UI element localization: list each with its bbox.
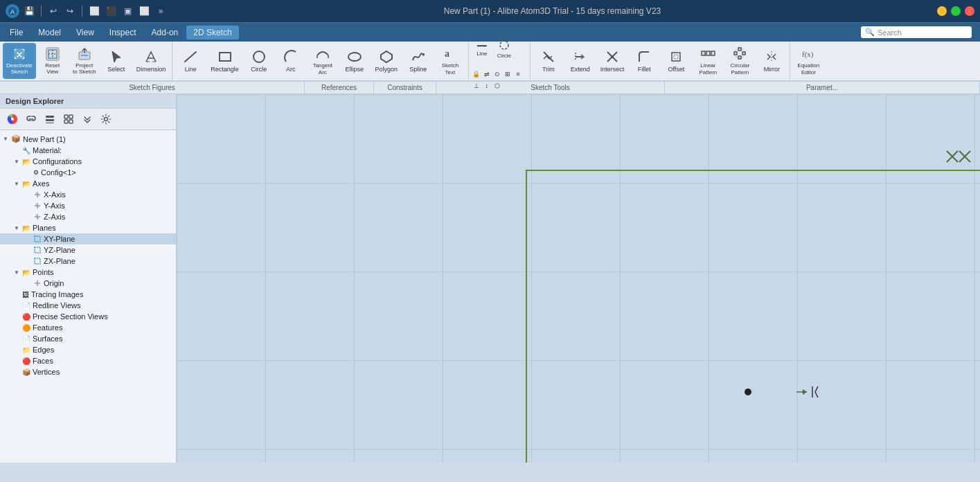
tree-item-7[interactable]: Y-Axis bbox=[0, 200, 176, 211]
menu-inspect[interactable]: Inspect bbox=[103, 26, 143, 39]
intersect-btn[interactable]: Intersect bbox=[597, 43, 628, 79]
tree-item-label: XY-Plane bbox=[44, 235, 75, 243]
box3-icon[interactable]: ▣ bbox=[121, 4, 134, 18]
linear-pattern-label: LinearPattern bbox=[699, 62, 717, 75]
undo-qa-btn[interactable]: ↩ bbox=[46, 4, 60, 18]
sketch-text-btn[interactable]: a SketchText bbox=[435, 43, 465, 79]
deactivate-sketch-btn[interactable]: DeactivateSketch bbox=[3, 43, 36, 79]
explorer-link-btn[interactable] bbox=[23, 111, 39, 127]
tree-item-4[interactable]: ⚙Config<1> bbox=[0, 167, 176, 178]
search-box[interactable]: 🔍 bbox=[861, 26, 972, 38]
svg-rect-24 bbox=[706, 51, 710, 55]
explorer-settings-btn[interactable] bbox=[98, 111, 114, 127]
menu-file[interactable]: File bbox=[3, 26, 30, 39]
tree-item-2[interactable]: 🔧Material: bbox=[0, 145, 176, 156]
close-btn[interactable] bbox=[965, 6, 974, 16]
circle-btn[interactable]: Circle bbox=[244, 43, 274, 79]
explorer-view-btn[interactable] bbox=[60, 111, 77, 127]
tree-item-10[interactable]: XY-Plane bbox=[0, 233, 176, 244]
box2-icon[interactable]: ⬛ bbox=[104, 4, 118, 18]
box-icons[interactable]: ⬜ bbox=[87, 4, 101, 18]
extend-btn[interactable]: Extend bbox=[565, 43, 596, 79]
tree-item-20[interactable]: 📁Edges bbox=[0, 344, 176, 355]
tree-item-15[interactable]: 🖼Tracing Images bbox=[0, 289, 176, 300]
tree-item-14[interactable]: Origin bbox=[0, 278, 176, 289]
canvas-area[interactable] bbox=[177, 94, 980, 463]
circular-pattern-btn[interactable]: CircularPattern bbox=[724, 43, 755, 79]
tree-item-label: Planes bbox=[33, 224, 56, 232]
ref-line-label: Line bbox=[476, 51, 487, 57]
menu-view[interactable]: View bbox=[69, 26, 101, 39]
fillet-btn[interactable]: Fillet bbox=[629, 43, 659, 79]
rectangle-btn[interactable]: Rectangle bbox=[207, 43, 242, 79]
explorer-arrow-btn[interactable] bbox=[79, 111, 96, 127]
svg-rect-21 bbox=[672, 53, 680, 61]
tree-item-13[interactable]: ▼📂Points bbox=[0, 267, 176, 278]
search-input[interactable] bbox=[877, 28, 968, 37]
reset-view-btn[interactable]: ResetView bbox=[37, 43, 68, 79]
polygon-btn[interactable]: Polygon bbox=[371, 43, 402, 79]
tree-item-6[interactable]: X-Axis bbox=[0, 189, 176, 200]
menu-2dsketch[interactable]: 2D Sketch bbox=[186, 26, 238, 39]
explorer-list-btn[interactable] bbox=[42, 111, 58, 127]
svg-rect-37 bbox=[64, 115, 68, 118]
maximize-btn[interactable] bbox=[951, 6, 961, 16]
intersect-label: Intersect bbox=[600, 66, 625, 73]
tree-item-17[interactable]: 🔴Precise Section Views bbox=[0, 311, 176, 322]
project-to-sketch-btn[interactable]: Projectto Sketch bbox=[69, 43, 100, 79]
tree-item-label: Origin bbox=[44, 279, 64, 287]
ref-btn3[interactable]: ⊙ bbox=[492, 69, 502, 80]
redo-qa-btn[interactable]: ↪ bbox=[63, 4, 77, 18]
tree-item-21[interactable]: 🔴Faces bbox=[0, 355, 176, 366]
arc-btn[interactable]: Arc bbox=[276, 43, 306, 79]
tree-item-label: Precise Section Views bbox=[33, 312, 108, 321]
more-qa-btn[interactable]: » bbox=[154, 4, 168, 18]
ref-btn4[interactable]: ⊞ bbox=[503, 69, 513, 80]
tree-item-label: Configurations bbox=[33, 157, 82, 166]
tree-item-9[interactable]: ▼📂Planes bbox=[0, 222, 176, 233]
spline-btn[interactable]: Spline bbox=[403, 43, 434, 79]
tree-item-18[interactable]: 🟠Features bbox=[0, 322, 176, 333]
ref-line-btn[interactable]: ━━ Line bbox=[472, 31, 492, 67]
ref-btn5[interactable]: ≡ bbox=[513, 69, 523, 80]
mirror-btn[interactable]: Mirror bbox=[756, 43, 787, 79]
svg-rect-38 bbox=[69, 115, 73, 118]
ellipse-btn[interactable]: Ellipse bbox=[339, 43, 370, 79]
ref-circle-btn[interactable]: Circle bbox=[494, 31, 515, 67]
select-btn[interactable]: Select bbox=[101, 43, 132, 79]
tree-item-3[interactable]: ▼📂Configurations bbox=[0, 156, 176, 167]
tree-item-19[interactable]: 📄Surfaces bbox=[0, 333, 176, 344]
explorer-color-btn[interactable] bbox=[4, 111, 21, 127]
menu-addon[interactable]: Add-on bbox=[145, 26, 186, 39]
linear-pattern-btn[interactable]: LinearPattern bbox=[693, 43, 723, 79]
ref-btn2[interactable]: ⇌ bbox=[482, 69, 492, 80]
select-label: Select bbox=[107, 66, 125, 73]
sketch-text-icon: a bbox=[443, 46, 458, 61]
tree-item-1[interactable]: ▼📦New Part (1) bbox=[0, 133, 176, 145]
tree-item-11[interactable]: YZ-Plane bbox=[0, 244, 176, 256]
tree-item-5[interactable]: ▼📂Axes bbox=[0, 178, 176, 189]
dimension-btn[interactable]: Dimension bbox=[133, 43, 170, 79]
tree-item-16[interactable]: 📄Redline Views bbox=[0, 300, 176, 311]
tree-item-22[interactable]: 📦Vertices bbox=[0, 366, 176, 377]
tangent-arc-btn[interactable]: TangentArc bbox=[308, 43, 338, 79]
svg-rect-23 bbox=[702, 51, 705, 55]
line-btn[interactable]: Line bbox=[175, 43, 206, 79]
minimize-btn[interactable] bbox=[937, 6, 947, 16]
svg-point-33 bbox=[11, 118, 14, 120]
tree-item-8[interactable]: Z-Axis bbox=[0, 211, 176, 222]
menu-model[interactable]: Model bbox=[31, 26, 68, 39]
svg-rect-30 bbox=[742, 52, 745, 55]
save-qa-btn[interactable]: 💾 bbox=[22, 4, 36, 18]
trim-btn[interactable]: Trim bbox=[533, 43, 564, 79]
ref-btn1[interactable]: 🔒 bbox=[472, 69, 481, 80]
box4-icon[interactable]: ⬜ bbox=[137, 4, 151, 18]
tangent-arc-icon bbox=[315, 46, 330, 61]
tree-item-12[interactable]: ZX-Plane bbox=[0, 256, 176, 267]
window-title: New Part (1) - Alibre Atom3D Trial - 15 … bbox=[168, 6, 937, 16]
reset-view-label: ResetView bbox=[45, 63, 60, 75]
tree-item-label: Faces bbox=[33, 357, 53, 365]
design-explorer-header: Design Explorer bbox=[0, 94, 176, 109]
offset-btn[interactable]: Offset bbox=[661, 43, 691, 79]
equation-editor-btn[interactable]: f(x) EquationEditor bbox=[793, 43, 823, 79]
